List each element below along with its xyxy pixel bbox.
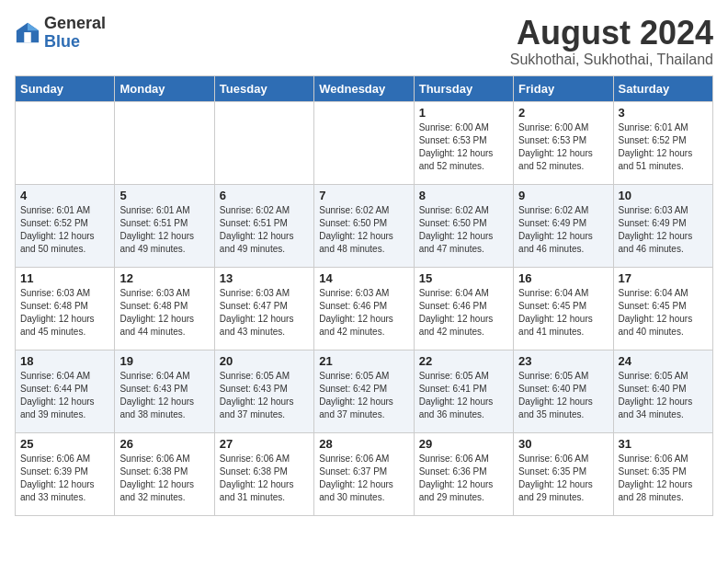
- day-number: 19: [119, 354, 209, 368]
- day-number: 21: [319, 354, 408, 368]
- weekday-header-cell: Wednesday: [314, 75, 414, 101]
- day-number: 24: [619, 354, 708, 368]
- calendar-cell: 29Sunrise: 6:06 AM Sunset: 6:36 PM Dayli…: [414, 432, 513, 515]
- calendar-cell: 30Sunrise: 6:06 AM Sunset: 6:35 PM Dayli…: [514, 432, 613, 515]
- day-number: 26: [119, 437, 209, 451]
- calendar-body: 1Sunrise: 6:00 AM Sunset: 6:53 PM Daylig…: [16, 101, 713, 515]
- cell-info: Sunrise: 6:04 AM Sunset: 6:43 PM Dayligh…: [119, 370, 209, 421]
- calendar-cell: 22Sunrise: 6:05 AM Sunset: 6:41 PM Dayli…: [414, 350, 513, 432]
- day-number: 14: [319, 271, 408, 285]
- day-number: 30: [518, 437, 608, 451]
- calendar-cell: 24Sunrise: 6:05 AM Sunset: 6:40 PM Dayli…: [613, 350, 712, 432]
- logo-general: General: [44, 14, 106, 32]
- cell-info: Sunrise: 6:05 AM Sunset: 6:40 PM Dayligh…: [619, 370, 708, 421]
- cell-info: Sunrise: 6:01 AM Sunset: 6:52 PM Dayligh…: [20, 204, 109, 256]
- day-number: 7: [319, 189, 408, 202]
- day-number: 16: [518, 271, 608, 285]
- calendar-week-row: 4Sunrise: 6:01 AM Sunset: 6:52 PM Daylig…: [16, 184, 713, 267]
- calendar-cell: [115, 101, 214, 184]
- calendar-cell: 17Sunrise: 6:04 AM Sunset: 6:45 PM Dayli…: [613, 267, 712, 350]
- calendar-cell: 1Sunrise: 6:00 AM Sunset: 6:53 PM Daylig…: [414, 101, 513, 184]
- day-number: 23: [518, 354, 608, 368]
- cell-info: Sunrise: 6:03 AM Sunset: 6:48 PM Dayligh…: [20, 287, 109, 339]
- cell-info: Sunrise: 6:06 AM Sunset: 6:39 PM Dayligh…: [20, 453, 109, 504]
- day-number: 28: [319, 437, 408, 451]
- calendar-cell: 21Sunrise: 6:05 AM Sunset: 6:42 PM Dayli…: [314, 350, 414, 432]
- day-number: 15: [419, 271, 508, 285]
- cell-info: Sunrise: 6:05 AM Sunset: 6:42 PM Dayligh…: [319, 370, 408, 421]
- cell-info: Sunrise: 6:05 AM Sunset: 6:41 PM Dayligh…: [419, 370, 508, 421]
- day-number: 13: [220, 271, 309, 285]
- day-number: 5: [119, 189, 209, 202]
- calendar-cell: 5Sunrise: 6:01 AM Sunset: 6:51 PM Daylig…: [115, 184, 214, 267]
- calendar-cell: 15Sunrise: 6:04 AM Sunset: 6:46 PM Dayli…: [414, 267, 513, 350]
- weekday-header-cell: Monday: [115, 75, 214, 101]
- day-number: 22: [419, 354, 508, 368]
- logo: General Blue: [15, 15, 106, 52]
- day-number: 17: [619, 271, 708, 285]
- calendar-cell: 3Sunrise: 6:01 AM Sunset: 6:52 PM Daylig…: [613, 101, 712, 184]
- cell-info: Sunrise: 6:06 AM Sunset: 6:36 PM Dayligh…: [419, 453, 508, 504]
- calendar-cell: 12Sunrise: 6:03 AM Sunset: 6:48 PM Dayli…: [115, 267, 214, 350]
- cell-info: Sunrise: 6:01 AM Sunset: 6:51 PM Dayligh…: [119, 204, 209, 256]
- calendar-cell: 7Sunrise: 6:02 AM Sunset: 6:50 PM Daylig…: [314, 184, 414, 267]
- day-number: 4: [20, 189, 109, 202]
- svg-marker-1: [28, 23, 39, 30]
- calendar-cell: [214, 101, 313, 184]
- calendar-cell: 6Sunrise: 6:02 AM Sunset: 6:51 PM Daylig…: [214, 184, 313, 267]
- weekday-header-cell: Saturday: [613, 75, 712, 101]
- cell-info: Sunrise: 6:03 AM Sunset: 6:49 PM Dayligh…: [619, 204, 708, 256]
- cell-info: Sunrise: 6:04 AM Sunset: 6:44 PM Dayligh…: [20, 370, 109, 421]
- calendar-cell: 20Sunrise: 6:05 AM Sunset: 6:43 PM Dayli…: [214, 350, 313, 432]
- day-number: 18: [20, 354, 109, 368]
- day-number: 3: [619, 106, 708, 120]
- calendar-week-row: 18Sunrise: 6:04 AM Sunset: 6:44 PM Dayli…: [16, 350, 713, 432]
- cell-info: Sunrise: 6:05 AM Sunset: 6:43 PM Dayligh…: [220, 370, 309, 421]
- calendar-cell: 10Sunrise: 6:03 AM Sunset: 6:49 PM Dayli…: [613, 184, 712, 267]
- day-number: 20: [220, 354, 309, 368]
- day-number: 10: [619, 189, 708, 202]
- day-number: 1: [419, 106, 508, 120]
- calendar-cell: [314, 101, 414, 184]
- weekday-header-cell: Sunday: [16, 75, 115, 101]
- weekday-header-cell: Friday: [514, 75, 613, 101]
- weekday-header-row: SundayMondayTuesdayWednesdayThursdayFrid…: [16, 75, 713, 101]
- calendar-cell: 26Sunrise: 6:06 AM Sunset: 6:38 PM Dayli…: [115, 432, 214, 515]
- day-number: 2: [518, 106, 608, 120]
- cell-info: Sunrise: 6:01 AM Sunset: 6:52 PM Dayligh…: [619, 121, 708, 173]
- calendar-week-row: 11Sunrise: 6:03 AM Sunset: 6:48 PM Dayli…: [16, 267, 713, 350]
- cell-info: Sunrise: 6:02 AM Sunset: 6:51 PM Dayligh…: [220, 204, 309, 256]
- day-number: 6: [220, 189, 309, 202]
- cell-info: Sunrise: 6:03 AM Sunset: 6:47 PM Dayligh…: [220, 287, 309, 339]
- cell-info: Sunrise: 6:02 AM Sunset: 6:50 PM Dayligh…: [319, 204, 408, 256]
- calendar-cell: 9Sunrise: 6:02 AM Sunset: 6:49 PM Daylig…: [514, 184, 613, 267]
- cell-info: Sunrise: 6:02 AM Sunset: 6:50 PM Dayligh…: [419, 204, 508, 256]
- logo-icon: [15, 20, 40, 46]
- month-title: August 2024: [510, 15, 713, 52]
- calendar-cell: 16Sunrise: 6:04 AM Sunset: 6:45 PM Dayli…: [514, 267, 613, 350]
- logo-text: General Blue: [44, 15, 106, 52]
- calendar-cell: 8Sunrise: 6:02 AM Sunset: 6:50 PM Daylig…: [414, 184, 513, 267]
- calendar-cell: 13Sunrise: 6:03 AM Sunset: 6:47 PM Dayli…: [214, 267, 313, 350]
- logo-blue: Blue: [44, 32, 80, 51]
- weekday-header-cell: Thursday: [414, 75, 513, 101]
- cell-info: Sunrise: 6:02 AM Sunset: 6:49 PM Dayligh…: [518, 204, 608, 256]
- day-number: 29: [419, 437, 508, 451]
- cell-info: Sunrise: 6:06 AM Sunset: 6:35 PM Dayligh…: [619, 453, 708, 504]
- calendar-cell: 18Sunrise: 6:04 AM Sunset: 6:44 PM Dayli…: [16, 350, 115, 432]
- page-header: General Blue August 2024 Sukhothai, Sukh…: [15, 15, 713, 68]
- calendar-cell: 27Sunrise: 6:06 AM Sunset: 6:38 PM Dayli…: [214, 432, 313, 515]
- calendar-cell: 23Sunrise: 6:05 AM Sunset: 6:40 PM Dayli…: [514, 350, 613, 432]
- cell-info: Sunrise: 6:04 AM Sunset: 6:45 PM Dayligh…: [619, 287, 708, 339]
- calendar-week-row: 25Sunrise: 6:06 AM Sunset: 6:39 PM Dayli…: [16, 432, 713, 515]
- cell-info: Sunrise: 6:06 AM Sunset: 6:35 PM Dayligh…: [518, 453, 608, 504]
- day-number: 25: [20, 437, 109, 451]
- calendar-cell: 31Sunrise: 6:06 AM Sunset: 6:35 PM Dayli…: [613, 432, 712, 515]
- day-number: 8: [419, 189, 508, 202]
- calendar-table: SundayMondayTuesdayWednesdayThursdayFrid…: [15, 75, 713, 516]
- calendar-cell: 2Sunrise: 6:00 AM Sunset: 6:53 PM Daylig…: [514, 101, 613, 184]
- calendar-week-row: 1Sunrise: 6:00 AM Sunset: 6:53 PM Daylig…: [16, 101, 713, 184]
- cell-info: Sunrise: 6:05 AM Sunset: 6:40 PM Dayligh…: [518, 370, 608, 421]
- calendar-cell: 14Sunrise: 6:03 AM Sunset: 6:46 PM Dayli…: [314, 267, 414, 350]
- calendar-cell: 4Sunrise: 6:01 AM Sunset: 6:52 PM Daylig…: [16, 184, 115, 267]
